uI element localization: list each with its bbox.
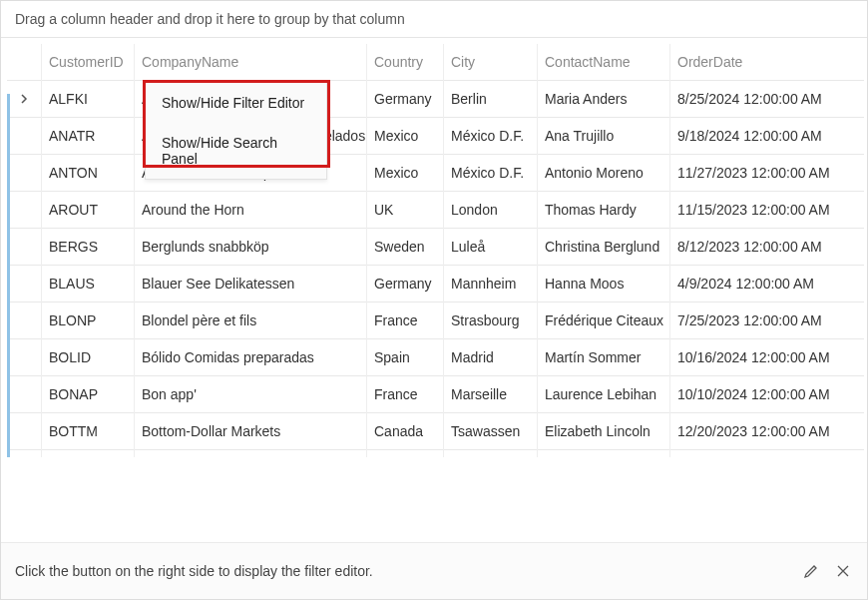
menu-item-search-panel[interactable]: Show/Hide Search Panel <box>146 123 326 179</box>
filter-bar: Click the button on the right side to di… <box>1 542 867 599</box>
cell-companyname[interactable]: Around the Horn <box>134 192 366 229</box>
cell-orderdate[interactable]: 10/16/2024 12:00:00 AM <box>669 339 864 376</box>
grid-app: Drag a column header and drop it here to… <box>0 0 868 600</box>
cell-companyname[interactable]: Blondel père et fils <box>134 302 366 339</box>
chevron-right-icon <box>19 91 29 107</box>
cell-orderdate[interactable]: 9/18/2024 12:00:00 AM <box>669 118 864 155</box>
row-expander <box>7 266 41 302</box>
cell-contactname[interactable]: Frédérique Citeaux <box>537 302 669 339</box>
col-separator <box>41 44 42 457</box>
column-header-city[interactable]: City <box>443 44 537 81</box>
cell-country[interactable]: Germany <box>366 81 443 118</box>
col-separator <box>669 44 670 457</box>
cell-contactname[interactable]: Hanna Moos <box>537 266 669 302</box>
cell-customerid[interactable]: ALFKI <box>41 81 134 118</box>
cell-customerid[interactable]: AROUT <box>41 192 134 229</box>
cell-country[interactable]: France <box>366 376 443 413</box>
cell-contactname[interactable]: Laurence Lebihan <box>537 376 669 413</box>
row-expander <box>7 339 41 376</box>
row-expander <box>7 118 41 155</box>
cell-city[interactable]: Strasbourg <box>443 302 537 339</box>
cell-city[interactable]: Berlin <box>443 81 537 118</box>
cell-city[interactable]: México D.F. <box>443 118 537 155</box>
column-header-customerid[interactable]: CustomerID <box>41 44 134 81</box>
close-icon <box>836 564 850 578</box>
row-expander[interactable] <box>7 81 41 118</box>
cell-country[interactable]: Mexico <box>366 155 443 192</box>
filter-bar-message: Click the button on the right side to di… <box>15 563 789 579</box>
column-header-country[interactable]: Country <box>366 44 443 81</box>
row-expander <box>7 155 41 192</box>
cell-contactname[interactable]: Maria Anders <box>537 81 669 118</box>
pencil-icon <box>803 563 819 579</box>
filter-close-button[interactable] <box>833 561 853 581</box>
cell-orderdate[interactable]: 8/25/2024 12:00:00 AM <box>669 81 864 118</box>
cell-city[interactable]: México D.F. <box>443 155 537 192</box>
cell-city[interactable]: Tsawassen <box>443 413 537 450</box>
cell-orderdate[interactable]: 8/12/2023 12:00:00 AM <box>669 229 864 266</box>
cell-orderdate[interactable]: 11/15/2023 12:00:00 AM <box>669 192 864 229</box>
row-expander <box>7 302 41 339</box>
menu-item-filter-editor[interactable]: Show/Hide Filter Editor <box>146 83 326 123</box>
cell-contactname[interactable]: Antonio Moreno <box>537 155 669 192</box>
group-by-hint: Drag a column header and drop it here to… <box>15 11 405 27</box>
row-expander <box>7 229 41 266</box>
col-separator <box>134 44 135 457</box>
cell-companyname[interactable]: Berglunds snabbköp <box>134 229 366 266</box>
cell-customerid[interactable]: BONAP <box>41 376 134 413</box>
column-header-contactname[interactable]: ContactName <box>537 44 669 81</box>
row-expander <box>7 413 41 450</box>
cell-city[interactable]: London <box>443 192 537 229</box>
cell-orderdate[interactable]: 7/25/2023 12:00:00 AM <box>669 302 864 339</box>
cell-city[interactable]: Mannheim <box>443 266 537 302</box>
cell-contactname[interactable]: Thomas Hardy <box>537 192 669 229</box>
grid-context-menu: Show/Hide Filter Editor Show/Hide Search… <box>145 82 327 180</box>
cell-customerid[interactable]: BLAUS <box>41 266 134 302</box>
menu-item-label: Show/Hide Filter Editor <box>162 95 304 111</box>
row-indicator-bar <box>7 94 10 457</box>
cell-city[interactable]: Madrid <box>443 339 537 376</box>
cell-country[interactable]: Germany <box>366 266 443 302</box>
cell-contactname[interactable]: Christina Berglund <box>537 229 669 266</box>
cell-orderdate[interactable]: 12/20/2023 12:00:00 AM <box>669 413 864 450</box>
cell-country[interactable]: France <box>366 302 443 339</box>
col-separator <box>443 44 444 457</box>
cell-orderdate[interactable]: 11/27/2023 12:00:00 AM <box>669 155 864 192</box>
col-separator <box>537 44 538 457</box>
grid-area: CustomerID CompanyName Country City Cont… <box>1 38 867 542</box>
column-header-companyname[interactable]: CompanyName <box>134 44 366 81</box>
cell-country[interactable]: UK <box>366 192 443 229</box>
cell-country[interactable]: Spain <box>366 339 443 376</box>
cell-customerid[interactable]: BERGS <box>41 229 134 266</box>
cell-city[interactable]: Luleå <box>443 229 537 266</box>
cell-orderdate[interactable]: 10/10/2024 12:00:00 AM <box>669 376 864 413</box>
column-header-orderdate[interactable]: OrderDate <box>669 44 864 81</box>
row-expander <box>7 376 41 413</box>
cell-country[interactable]: Mexico <box>366 118 443 155</box>
cell-customerid[interactable]: ANTON <box>41 155 134 192</box>
cell-companyname[interactable]: Bottom-Dollar Markets <box>134 413 366 450</box>
filter-editor-button[interactable] <box>801 561 821 581</box>
cell-customerid[interactable]: BOTTM <box>41 413 134 450</box>
cell-customerid[interactable]: BLONP <box>41 302 134 339</box>
group-by-panel[interactable]: Drag a column header and drop it here to… <box>1 1 867 38</box>
cell-country[interactable]: Canada <box>366 413 443 450</box>
cell-companyname[interactable]: Bólido Comidas preparadas <box>134 339 366 376</box>
cell-companyname[interactable]: Bon app' <box>134 376 366 413</box>
expander-header <box>7 44 41 81</box>
data-grid: CustomerID CompanyName Country City Cont… <box>7 44 861 450</box>
cell-orderdate[interactable]: 4/9/2024 12:00:00 AM <box>669 266 864 302</box>
row-expander <box>7 192 41 229</box>
menu-item-label: Show/Hide Search Panel <box>162 135 277 167</box>
cell-contactname[interactable]: Elizabeth Lincoln <box>537 413 669 450</box>
cell-country[interactable]: Sweden <box>366 229 443 266</box>
cell-companyname[interactable]: Blauer See Delikatessen <box>134 266 366 302</box>
cell-customerid[interactable]: ANATR <box>41 118 134 155</box>
col-separator <box>366 44 367 457</box>
cell-contactname[interactable]: Martín Sommer <box>537 339 669 376</box>
cell-contactname[interactable]: Ana Trujillo <box>537 118 669 155</box>
cell-city[interactable]: Marseille <box>443 376 537 413</box>
cell-customerid[interactable]: BOLID <box>41 339 134 376</box>
